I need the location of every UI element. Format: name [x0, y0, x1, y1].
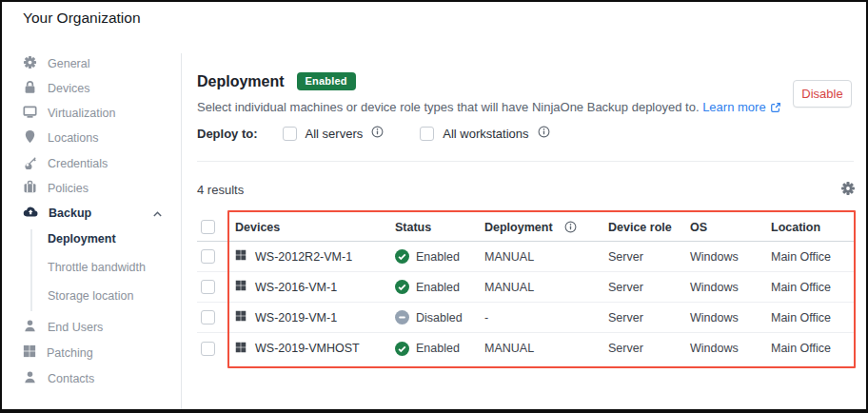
select-all-checkbox[interactable]: [201, 220, 215, 234]
header-status[interactable]: Status: [395, 221, 484, 234]
status-label: Enabled: [416, 281, 460, 294]
cloud-backup-icon: [23, 205, 38, 222]
sidebar-item-label: Contacts: [48, 372, 94, 385]
os-cell: Windows: [690, 311, 771, 324]
lock-icon: [23, 80, 37, 97]
person-icon: [23, 319, 37, 336]
location-cell: Main Office: [771, 281, 856, 294]
sidebar-item-devices[interactable]: Devices: [23, 80, 89, 96]
os-cell: Windows: [690, 281, 771, 294]
windows-logo-icon: [235, 310, 247, 324]
location-cell: Main Office: [771, 342, 856, 355]
section-description: Select individual machines or device rol…: [197, 100, 781, 116]
person-icon: [23, 370, 37, 387]
device-role-cell: Server: [608, 342, 690, 355]
info-icon[interactable]: [538, 126, 550, 141]
table-row: WS-2019-VMHOST Enabled MANUAL Server Win…: [197, 333, 856, 364]
organization-settings-window: Your Organization General Devices Virtua…: [0, 0, 868, 413]
submenu-indicator-line: [30, 229, 32, 311]
sidebar-divider: [181, 53, 182, 409]
sidebar-item-label: Patching: [47, 346, 93, 360]
header-devices[interactable]: Devices: [235, 221, 395, 234]
sidebar-item-label: Backup: [49, 206, 91, 220]
location-cell: Main Office: [771, 250, 856, 264]
section-divider: [197, 161, 854, 162]
windows-logo-icon: [235, 342, 247, 356]
os-cell: Windows: [690, 250, 771, 264]
deploy-to-row: Deploy to: All servers All workstations: [197, 126, 586, 141]
all-workstations-checkbox[interactable]: [420, 127, 434, 141]
windows-logo-icon: [235, 280, 247, 294]
device-name[interactable]: WS-2016-VM-1: [255, 281, 337, 294]
device-role-cell: Server: [608, 311, 690, 324]
sidebar-item-general[interactable]: General: [23, 55, 89, 71]
header-device-role[interactable]: Device role: [608, 221, 690, 234]
monitor-icon: [23, 105, 37, 122]
status-badge: Enabled: [297, 72, 356, 90]
briefcase-icon: [23, 180, 37, 197]
sidebar-item-label: Devices: [48, 82, 89, 95]
results-count: 4 results: [197, 183, 244, 197]
row-checkbox[interactable]: [201, 280, 215, 294]
sidebar-item-contacts[interactable]: Contacts: [23, 370, 94, 386]
device-role-cell: Server: [608, 281, 690, 294]
status-label: Disabled: [416, 311, 463, 324]
deployment-cell: -: [484, 311, 608, 324]
sidebar-item-policies[interactable]: Policies: [23, 180, 89, 196]
external-link-icon: [770, 102, 781, 116]
location-cell: Main Office: [771, 311, 856, 324]
sidebar-item-label: Virtualization: [48, 107, 115, 120]
sidebar-item-label: End Users: [48, 321, 103, 334]
deployment-cell: MANUAL: [484, 342, 608, 355]
header-deployment[interactable]: Deployment: [484, 221, 608, 234]
row-checkbox[interactable]: [201, 249, 215, 264]
chevron-up-icon[interactable]: [152, 206, 163, 224]
status-icon: [395, 280, 409, 294]
sidebar-item-end-users[interactable]: End Users: [23, 319, 103, 335]
map-pin-icon: [23, 129, 37, 147]
device-name[interactable]: WS-2019-VMHOST: [255, 342, 360, 355]
deployment-cell: MANUAL: [484, 250, 608, 264]
sidebar-item-label: Locations: [48, 131, 99, 145]
device-name[interactable]: WS-2012R2-VM-1: [255, 250, 352, 264]
status-label: Enabled: [416, 250, 460, 264]
sidebar-subitem-storage-location[interactable]: Storage location: [48, 289, 133, 303]
page-title: Your Organization: [23, 10, 141, 27]
windows-icon: [23, 344, 36, 361]
sidebar-item-patching[interactable]: Patching: [23, 344, 93, 361]
table-header-row: Devices Status Deployment Device role OS…: [197, 213, 856, 242]
disable-button[interactable]: Disable: [793, 80, 852, 108]
windows-logo-icon: [235, 249, 247, 264]
key-icon: [23, 155, 37, 172]
gear-icon: [23, 55, 37, 72]
os-cell: Windows: [690, 342, 771, 355]
device-name[interactable]: WS-2019-VM-1: [255, 311, 337, 324]
sidebar-item-locations[interactable]: Locations: [23, 129, 99, 146]
header-os[interactable]: OS: [690, 221, 771, 234]
deploy-to-label: Deploy to:: [197, 127, 258, 141]
sidebar-subitem-deployment[interactable]: Deployment: [48, 232, 116, 246]
deployment-cell: MANUAL: [484, 281, 608, 294]
sidebar-item-backup[interactable]: Backup: [23, 205, 91, 221]
table-settings-gear-icon[interactable]: [839, 181, 857, 198]
sidebar-item-label: Credentials: [48, 157, 108, 170]
row-checkbox[interactable]: [201, 342, 215, 356]
all-servers-label: All servers: [306, 127, 364, 141]
section-title: Deployment: [197, 73, 285, 90]
info-icon[interactable]: [371, 126, 384, 141]
sidebar-subitem-throttle-bandwidth[interactable]: Throttle bandwidth: [48, 261, 146, 274]
header-location[interactable]: Location: [771, 221, 856, 234]
sidebar-item-label: Policies: [48, 182, 89, 195]
info-icon[interactable]: [564, 221, 577, 233]
learn-more-link[interactable]: Learn more: [702, 100, 780, 114]
all-servers-checkbox[interactable]: [283, 127, 297, 141]
devices-table: Devices Status Deployment Device role OS…: [197, 213, 856, 364]
status-icon: [395, 342, 409, 356]
sidebar-item-virtualization[interactable]: Virtualization: [23, 105, 115, 121]
sidebar-item-label: General: [48, 57, 89, 70]
sidebar-item-credentials[interactable]: Credentials: [23, 155, 108, 171]
table-row: WS-2012R2-VM-1 Enabled MANUAL Server Win…: [197, 242, 856, 272]
device-role-cell: Server: [608, 250, 690, 264]
row-checkbox[interactable]: [201, 310, 215, 324]
all-workstations-label: All workstations: [443, 127, 528, 141]
